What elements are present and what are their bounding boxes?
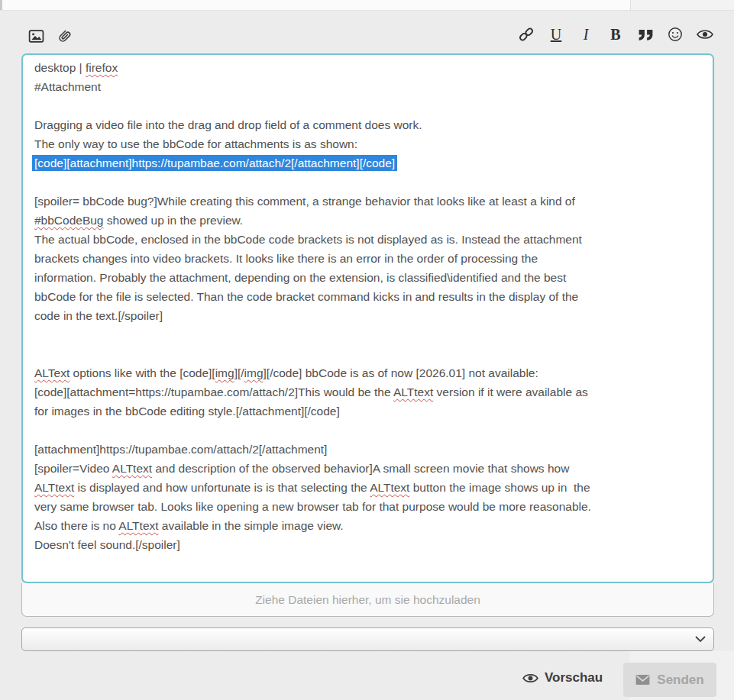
editor-line (34, 344, 707, 363)
text-segment: Also there is no (34, 519, 118, 532)
toolbar-right: U I B (518, 24, 713, 44)
attach-file-button[interactable] (56, 26, 73, 46)
editor-line: ALText options like with the [code][img]… (34, 363, 707, 382)
preview-button-label: Vorschau (545, 670, 603, 685)
quote-button[interactable] (637, 24, 654, 44)
top-cutoff-strip (0, 0, 734, 11)
misspelled-word: img (244, 366, 264, 379)
text-segment: Dragging a video file into the drag and … (34, 118, 422, 131)
comment-composer: U I B d (0, 0, 734, 700)
editor-line: very same browser tab. Looks like openin… (34, 497, 707, 516)
text-segment: options like with the [code][ (70, 366, 215, 379)
link-button[interactable] (518, 24, 535, 44)
text-segment: The only way to use the bbCode for attac… (34, 137, 357, 150)
text-segment: showed up in the preview. (104, 214, 244, 227)
editor-line: code in the text.[/spoiler] (34, 306, 707, 325)
text-segment: very same browser tab. Looks like openin… (34, 500, 591, 513)
toolbar-left (27, 26, 73, 46)
drop-zone-label: Ziehe Dateien hierher, um sie hochzulade… (255, 593, 480, 607)
editor-line: [spoiler=Video ALTtext and description o… (34, 459, 707, 478)
bold-label: B (610, 27, 620, 42)
text-segment: code in the text.[/spoiler] (34, 309, 163, 322)
editor-line: The only way to use the bbCode for attac… (34, 134, 707, 153)
misspelled-word: firefox (86, 61, 118, 74)
italic-label: I (584, 27, 589, 42)
text-segment: The actual bbCode, enclosed in the bbCod… (34, 233, 582, 246)
text-segment: [attachment]https://tupambae.com/attach/… (34, 443, 327, 456)
text-segment: for images in the bbCode editing style.[… (34, 405, 340, 418)
underline-button[interactable]: U (548, 24, 564, 44)
editor-line: for images in the bbCode editing style.[… (34, 402, 707, 421)
preview-eye-icon (522, 673, 538, 684)
link-icon (519, 27, 534, 42)
paperclip-icon (57, 28, 73, 44)
eye-icon (697, 28, 713, 40)
chevron-down-icon (695, 636, 706, 643)
italic-button[interactable]: I (577, 24, 594, 44)
editor-line: [spoiler= bbCode bug?]While creating thi… (34, 192, 707, 211)
editor-line: desktop | firefox (34, 58, 707, 77)
text-segment: button the image shows up in the (409, 481, 590, 494)
editor-line: Also there is no ALTtext available in th… (34, 516, 707, 535)
text-segment: [spoiler= bbCode bug?]While creating thi… (34, 195, 575, 208)
options-dropdown[interactable] (21, 627, 714, 651)
editor-line: information. Probably the attachment, de… (34, 268, 707, 287)
text-segment: brackets changes into video brackets. It… (34, 252, 538, 265)
image-icon (28, 28, 44, 44)
text-segment: desktop | (34, 61, 86, 74)
editor-line: brackets changes into video brackets. It… (34, 249, 707, 268)
text-segment: ][/code] bbCode is as of now [2026.01] n… (264, 366, 538, 379)
file-drop-zone[interactable]: Ziehe Dateien hierher, um sie hochzulade… (21, 583, 714, 617)
selected-text: [code][attachment]https://tupambae.com/a… (32, 155, 397, 171)
editor-line: Dragging a video file into the drag and … (34, 115, 707, 134)
editor-line: Doesn't feel sound.[/spoiler] (34, 535, 707, 554)
bold-button[interactable]: B (607, 24, 624, 44)
smiley-icon (668, 27, 683, 42)
text-segment: #Attachment (34, 80, 101, 93)
editor-content[interactable]: desktop | firefox#Attachment Dragging a … (34, 58, 707, 554)
editor-line (34, 325, 707, 344)
misspelled-word: ALTtext (370, 481, 409, 494)
editor-line: [code][attachment]https://tupambae.com/a… (34, 153, 707, 173)
text-segment: [code][attachment=https://tupambae.com/a… (34, 385, 393, 398)
insert-image-button[interactable] (27, 26, 44, 46)
text-segment: and description of the observed behavior… (152, 462, 569, 475)
quote-icon (638, 28, 654, 41)
editor-line (34, 173, 707, 192)
editor-line: The actual bbCode, enclosed in the bbCod… (34, 230, 707, 249)
editor-line (34, 96, 707, 115)
underline-label: U (551, 27, 561, 42)
envelope-icon (635, 674, 650, 685)
text-segment: ][/ (234, 366, 244, 379)
top-right-panel (630, 0, 734, 10)
emoji-button[interactable] (667, 24, 684, 44)
editor-line: #Attachment (34, 77, 707, 96)
text-segment: [spoiler=Video (34, 462, 112, 475)
text-segment: is displayed and how unfortunate is is t… (74, 481, 370, 494)
text-segment: bbCode for the file is selected. Than th… (34, 290, 578, 303)
misspelled-word: ALTtext (34, 481, 74, 494)
editor-line (34, 421, 707, 440)
editor-line: bbCode for the file is selected. Than th… (34, 287, 707, 306)
misspelled-word: ALTtext (112, 462, 152, 475)
submit-button-label: Senden (657, 673, 703, 688)
editor-line: ALTtext is displayed and how unfortunate… (34, 478, 707, 497)
preview-button[interactable]: Vorschau (522, 670, 603, 685)
submit-button[interactable]: Senden (623, 663, 716, 697)
misspelled-word: ALTtext (118, 519, 158, 532)
text-segment: Doesn't feel sound.[/spoiler] (34, 538, 180, 551)
preview-toggle-button[interactable] (697, 24, 713, 44)
misspelled-word: ALTtext (393, 385, 433, 398)
text-segment: information. Probably the attachment, de… (34, 271, 566, 284)
text-segment: version if it were available as (433, 385, 587, 398)
editor-line: #bbCodeBug showed up in the preview. (34, 211, 707, 230)
editor-line: [attachment]https://tupambae.com/attach/… (34, 440, 707, 459)
text-segment: available in the simple image view. (159, 519, 344, 532)
editor-line: [code][attachment=https://tupambae.com/a… (34, 382, 707, 402)
misspelled-word: ALText (34, 366, 70, 379)
misspelled-word: img (215, 366, 234, 379)
top-left-notch (0, 0, 2, 10)
misspelled-word: #bbCodeBug (34, 214, 104, 227)
